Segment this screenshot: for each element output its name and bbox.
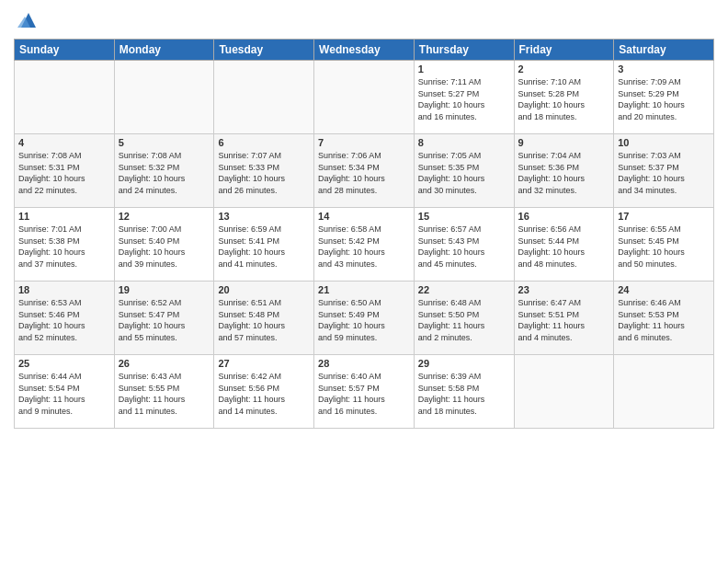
day-cell: 22Sunrise: 6:48 AM Sunset: 5:50 PM Dayli… (414, 282, 514, 355)
week-row-2: 4Sunrise: 7:08 AM Sunset: 5:31 PM Daylig… (15, 134, 714, 208)
col-header-tuesday: Tuesday (214, 40, 314, 61)
day-info: Sunrise: 6:52 AM Sunset: 5:47 PM Dayligh… (119, 297, 210, 343)
day-info: Sunrise: 6:47 AM Sunset: 5:51 PM Dayligh… (518, 297, 610, 343)
day-cell: 4Sunrise: 7:08 AM Sunset: 5:31 PM Daylig… (15, 134, 115, 208)
day-info: Sunrise: 6:46 AM Sunset: 5:53 PM Dayligh… (618, 297, 710, 343)
day-number: 17 (618, 211, 710, 222)
day-info: Sunrise: 7:10 AM Sunset: 5:28 PM Dayligh… (518, 76, 610, 122)
day-number: 6 (218, 137, 310, 148)
day-info: Sunrise: 6:58 AM Sunset: 5:42 PM Dayligh… (318, 224, 410, 270)
day-cell: 15Sunrise: 6:57 AM Sunset: 5:43 PM Dayli… (414, 208, 514, 282)
day-number: 2 (518, 63, 610, 75)
day-cell: 16Sunrise: 6:56 AM Sunset: 5:44 PM Dayli… (514, 208, 614, 282)
calendar-body: 1Sunrise: 7:11 AM Sunset: 5:27 PM Daylig… (15, 61, 714, 429)
day-cell: 9Sunrise: 7:04 AM Sunset: 5:36 PM Daylig… (514, 134, 614, 208)
day-info: Sunrise: 7:05 AM Sunset: 5:35 PM Dayligh… (418, 150, 510, 196)
logo-icon (17, 9, 40, 31)
day-cell: 13Sunrise: 6:59 AM Sunset: 5:41 PM Dayli… (214, 208, 314, 282)
day-cell (114, 61, 214, 134)
day-info: Sunrise: 6:39 AM Sunset: 5:58 PM Dayligh… (418, 371, 510, 417)
day-number: 13 (218, 211, 310, 222)
day-cell: 5Sunrise: 7:08 AM Sunset: 5:32 PM Daylig… (114, 134, 214, 208)
week-row-1: 1Sunrise: 7:11 AM Sunset: 5:27 PM Daylig… (15, 61, 714, 134)
day-info: Sunrise: 7:06 AM Sunset: 5:34 PM Dayligh… (318, 150, 410, 196)
day-info: Sunrise: 7:00 AM Sunset: 5:40 PM Dayligh… (119, 224, 210, 270)
day-cell: 25Sunrise: 6:44 AM Sunset: 5:54 PM Dayli… (15, 355, 115, 429)
day-number: 9 (518, 137, 610, 148)
day-info: Sunrise: 6:44 AM Sunset: 5:54 PM Dayligh… (18, 371, 110, 417)
day-number: 28 (318, 358, 410, 369)
col-header-monday: Monday (114, 40, 214, 61)
day-info: Sunrise: 7:03 AM Sunset: 5:37 PM Dayligh… (618, 150, 710, 196)
header-row: SundayMondayTuesdayWednesdayThursdayFrid… (15, 40, 714, 61)
day-cell: 17Sunrise: 6:55 AM Sunset: 5:45 PM Dayli… (614, 208, 714, 282)
day-number: 8 (418, 137, 510, 148)
day-number: 29 (418, 358, 510, 369)
day-info: Sunrise: 6:59 AM Sunset: 5:41 PM Dayligh… (218, 224, 310, 270)
day-number: 11 (18, 211, 110, 222)
col-header-sunday: Sunday (15, 40, 115, 61)
day-cell (614, 355, 714, 429)
day-cell: 27Sunrise: 6:42 AM Sunset: 5:56 PM Dayli… (214, 355, 314, 429)
day-cell (514, 355, 614, 429)
day-info: Sunrise: 6:57 AM Sunset: 5:43 PM Dayligh… (418, 224, 510, 270)
day-cell: 20Sunrise: 6:51 AM Sunset: 5:48 PM Dayli… (214, 282, 314, 355)
day-number: 24 (618, 284, 710, 295)
day-cell: 29Sunrise: 6:39 AM Sunset: 5:58 PM Dayli… (414, 355, 514, 429)
day-number: 1 (418, 63, 510, 75)
day-number: 10 (618, 137, 710, 148)
day-info: Sunrise: 6:51 AM Sunset: 5:48 PM Dayligh… (218, 297, 310, 343)
day-cell: 18Sunrise: 6:53 AM Sunset: 5:46 PM Dayli… (15, 282, 115, 355)
week-row-3: 11Sunrise: 7:01 AM Sunset: 5:38 PM Dayli… (15, 208, 714, 282)
day-number: 21 (318, 284, 410, 295)
day-info: Sunrise: 6:40 AM Sunset: 5:57 PM Dayligh… (318, 371, 410, 417)
day-cell: 21Sunrise: 6:50 AM Sunset: 5:49 PM Dayli… (314, 282, 415, 355)
day-info: Sunrise: 7:08 AM Sunset: 5:32 PM Dayligh… (119, 150, 210, 196)
day-cell (15, 61, 115, 134)
day-number: 14 (318, 211, 410, 222)
day-cell (314, 61, 415, 134)
day-info: Sunrise: 6:50 AM Sunset: 5:49 PM Dayligh… (318, 297, 410, 343)
page: SundayMondayTuesdayWednesdayThursdayFrid… (0, 0, 728, 563)
day-cell: 3Sunrise: 7:09 AM Sunset: 5:29 PM Daylig… (614, 61, 714, 134)
week-row-5: 25Sunrise: 6:44 AM Sunset: 5:54 PM Dayli… (15, 355, 714, 429)
day-number: 26 (119, 358, 210, 369)
day-number: 18 (18, 284, 110, 295)
col-header-thursday: Thursday (414, 40, 514, 61)
day-number: 15 (418, 211, 510, 222)
header (14, 9, 714, 31)
day-number: 3 (618, 63, 710, 75)
day-number: 7 (318, 137, 410, 148)
day-cell: 19Sunrise: 6:52 AM Sunset: 5:47 PM Dayli… (114, 282, 214, 355)
logo (14, 9, 40, 31)
day-cell: 26Sunrise: 6:43 AM Sunset: 5:55 PM Dayli… (114, 355, 214, 429)
day-number: 4 (18, 137, 110, 148)
day-info: Sunrise: 7:11 AM Sunset: 5:27 PM Dayligh… (418, 76, 510, 122)
day-info: Sunrise: 7:04 AM Sunset: 5:36 PM Dayligh… (518, 150, 610, 196)
day-number: 23 (518, 284, 610, 295)
calendar-header: SundayMondayTuesdayWednesdayThursdayFrid… (15, 40, 714, 61)
day-info: Sunrise: 7:09 AM Sunset: 5:29 PM Dayligh… (618, 76, 710, 122)
day-number: 25 (18, 358, 110, 369)
day-info: Sunrise: 7:07 AM Sunset: 5:33 PM Dayligh… (218, 150, 310, 196)
day-number: 19 (119, 284, 210, 295)
col-header-friday: Friday (514, 40, 614, 61)
day-number: 27 (218, 358, 310, 369)
day-cell (214, 61, 314, 134)
day-cell: 2Sunrise: 7:10 AM Sunset: 5:28 PM Daylig… (514, 61, 614, 134)
col-header-saturday: Saturday (614, 40, 714, 61)
day-info: Sunrise: 7:01 AM Sunset: 5:38 PM Dayligh… (18, 224, 110, 270)
day-info: Sunrise: 6:43 AM Sunset: 5:55 PM Dayligh… (119, 371, 210, 417)
day-number: 22 (418, 284, 510, 295)
day-cell: 6Sunrise: 7:07 AM Sunset: 5:33 PM Daylig… (214, 134, 314, 208)
day-cell: 14Sunrise: 6:58 AM Sunset: 5:42 PM Dayli… (314, 208, 415, 282)
day-info: Sunrise: 7:08 AM Sunset: 5:31 PM Dayligh… (18, 150, 110, 196)
day-info: Sunrise: 6:55 AM Sunset: 5:45 PM Dayligh… (618, 224, 710, 270)
day-cell: 8Sunrise: 7:05 AM Sunset: 5:35 PM Daylig… (414, 134, 514, 208)
day-cell: 10Sunrise: 7:03 AM Sunset: 5:37 PM Dayli… (614, 134, 714, 208)
day-number: 16 (518, 211, 610, 222)
day-cell: 28Sunrise: 6:40 AM Sunset: 5:57 PM Dayli… (314, 355, 415, 429)
day-cell: 23Sunrise: 6:47 AM Sunset: 5:51 PM Dayli… (514, 282, 614, 355)
day-info: Sunrise: 6:42 AM Sunset: 5:56 PM Dayligh… (218, 371, 310, 417)
day-cell: 12Sunrise: 7:00 AM Sunset: 5:40 PM Dayli… (114, 208, 214, 282)
